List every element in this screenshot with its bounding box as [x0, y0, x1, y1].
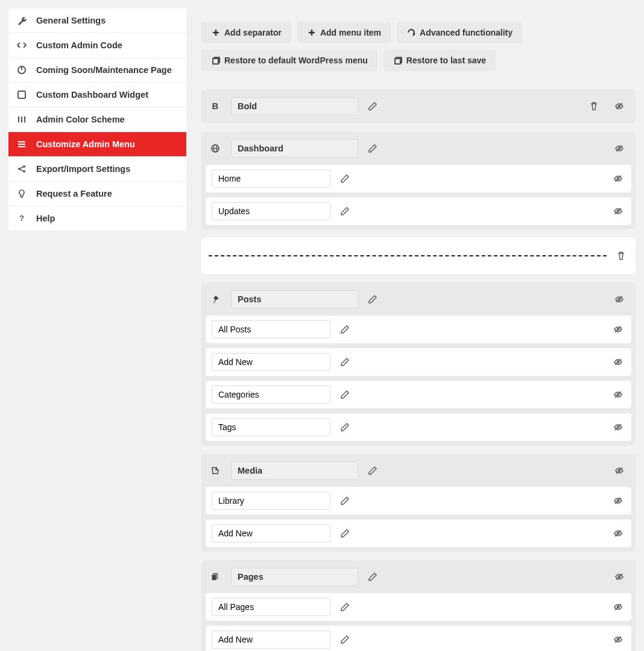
menu-section-header[interactable]: [206, 287, 631, 312]
edit-submenu-button[interactable]: [338, 387, 352, 402]
menu-separator[interactable]: [201, 238, 636, 274]
submenu-row[interactable]: [206, 165, 631, 192]
menu-section-header[interactable]: [206, 564, 631, 589]
hide-submenu-button[interactable]: [611, 632, 625, 647]
hide-submenu-button[interactable]: [611, 322, 625, 337]
button-label: Advanced functionality: [420, 28, 513, 37]
restore-default-button[interactable]: Restore to default WordPress menu: [201, 49, 377, 71]
edit-submenu-button[interactable]: [338, 600, 352, 614]
add-separator-button[interactable]: Add separator: [201, 22, 291, 43]
submenu-title-input[interactable]: [212, 492, 330, 510]
edit-menu-section-button[interactable]: [365, 292, 380, 306]
square-icon: [17, 90, 28, 100]
menu-section-title-input[interactable]: [231, 462, 358, 480]
submenu-row[interactable]: [206, 626, 631, 651]
sidebar-item-export-import-settings[interactable]: Export/Import Settings: [8, 157, 186, 182]
restore-last-save-button[interactable]: Restore to last save: [384, 49, 496, 71]
sidebar-item-label: Custom Dashboard Widget: [36, 90, 148, 100]
share-icon: [17, 164, 28, 174]
menu-section-title-input[interactable]: [231, 139, 358, 157]
bold-icon: B: [210, 101, 224, 111]
hide-submenu-button[interactable]: [611, 494, 625, 508]
menu-section-title-input[interactable]: [231, 97, 358, 115]
hide-submenu-button[interactable]: [611, 600, 625, 614]
menu-section-title-input[interactable]: [231, 290, 358, 308]
submenu-title-input[interactable]: [212, 418, 330, 436]
submenu-title-input[interactable]: [212, 598, 330, 616]
svg-rect-11: [213, 59, 218, 64]
edit-submenu-button[interactable]: [338, 171, 352, 186]
submenu-row[interactable]: [206, 381, 631, 408]
menu-icon: [17, 139, 28, 149]
submenu-title-input[interactable]: [212, 170, 330, 188]
hide-menu-section-button[interactable]: [612, 570, 627, 584]
menu-section-header[interactable]: [206, 136, 631, 161]
edit-menu-section-button[interactable]: [365, 463, 380, 478]
hide-submenu-button[interactable]: [611, 420, 625, 434]
submenu-title-input[interactable]: [212, 524, 330, 542]
svg-rect-2: [18, 91, 25, 98]
sidebar-item-customize-admin-menu[interactable]: Customize Admin Menu: [8, 132, 186, 157]
edit-submenu-button[interactable]: [338, 204, 352, 218]
sidebar-item-coming-soon[interactable]: Coming Soon/Maintenance Page: [8, 58, 186, 83]
edit-menu-section-button[interactable]: [365, 99, 380, 113]
sidebar-item-help[interactable]: ? Help: [8, 206, 186, 231]
submenu-row[interactable]: [206, 413, 631, 441]
svg-rect-12: [395, 59, 400, 64]
menu-section: B: [201, 89, 636, 123]
edit-submenu-button[interactable]: [338, 420, 352, 434]
hide-menu-section-button[interactable]: [612, 141, 627, 156]
sidebar-item-custom-admin-code[interactable]: Custom Admin Code: [8, 33, 186, 58]
edit-menu-section-button[interactable]: [365, 570, 380, 584]
sidebar-item-label: General Settings: [36, 16, 106, 25]
sidebar-item-admin-color-scheme[interactable]: Admin Color Scheme: [8, 107, 186, 132]
submenu-title-input[interactable]: [212, 202, 330, 220]
delete-menu-section-button[interactable]: [587, 99, 601, 113]
menu-section-title-input[interactable]: [231, 568, 358, 586]
sidebar-item-general-settings[interactable]: General Settings: [8, 8, 186, 33]
menu-section: [201, 454, 636, 551]
submenu-row[interactable]: [206, 593, 631, 621]
submenu-title-input[interactable]: [212, 353, 330, 371]
svg-point-6: [18, 168, 21, 170]
menu-section-header[interactable]: [206, 458, 631, 483]
hide-submenu-button[interactable]: [611, 526, 625, 541]
sidebar-item-label: Admin Color Scheme: [36, 115, 125, 124]
edit-menu-section-button[interactable]: [365, 141, 380, 156]
hide-submenu-button[interactable]: [611, 204, 625, 218]
hide-submenu-button[interactable]: [611, 387, 625, 402]
advanced-functionality-button[interactable]: Advanced functionality: [397, 22, 522, 43]
submenu-row[interactable]: [206, 519, 631, 547]
edit-submenu-button[interactable]: [338, 632, 352, 647]
restore-icon: [211, 56, 221, 65]
submenu-title-input[interactable]: [212, 386, 330, 404]
menu-section: [201, 282, 636, 445]
delete-separator-button[interactable]: [614, 249, 628, 263]
submenu-list: [206, 165, 631, 225]
add-menu-item-button[interactable]: Add menu item: [297, 22, 391, 43]
submenu-row[interactable]: [206, 487, 631, 515]
hide-submenu-button[interactable]: [611, 171, 625, 186]
button-label: Add separator: [224, 28, 282, 37]
submenu-list: [206, 487, 631, 547]
submenu-row[interactable]: [206, 316, 631, 343]
hide-menu-section-button[interactable]: [612, 463, 627, 478]
submenu-title-input[interactable]: [212, 320, 330, 338]
sidebar-item-custom-dashboard-widget[interactable]: Custom Dashboard Widget: [8, 83, 186, 107]
plus-icon: [211, 28, 221, 37]
submenu-row[interactable]: [206, 197, 631, 225]
separator-line: [209, 255, 607, 256]
hide-menu-section-button[interactable]: [612, 99, 627, 113]
edit-submenu-button[interactable]: [338, 494, 352, 508]
menu-section-header[interactable]: B: [206, 94, 631, 119]
edit-submenu-button[interactable]: [338, 355, 352, 369]
edit-submenu-button[interactable]: [338, 526, 352, 541]
svg-text:B: B: [212, 101, 219, 111]
hide-submenu-button[interactable]: [611, 355, 625, 369]
sidebar-item-request-a-feature[interactable]: Request a Feature: [8, 182, 186, 206]
svg-rect-43: [212, 574, 216, 580]
edit-submenu-button[interactable]: [338, 322, 352, 337]
submenu-title-input[interactable]: [212, 630, 330, 649]
hide-menu-section-button[interactable]: [612, 292, 627, 306]
submenu-row[interactable]: [206, 348, 631, 376]
